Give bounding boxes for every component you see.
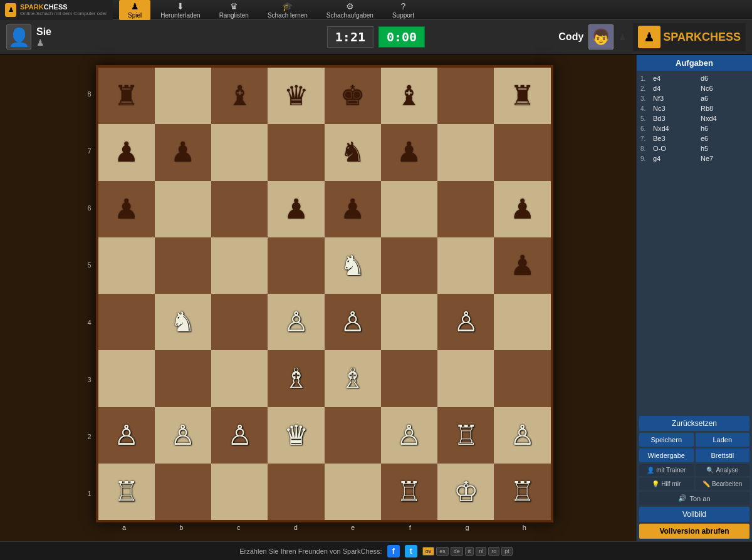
vollbild-button[interactable]: Vollbild <box>639 507 749 522</box>
facebook-button[interactable]: f <box>387 545 400 557</box>
square-b6[interactable] <box>155 181 211 237</box>
nav-item-schach-lernen[interactable]: 🎓Schach lernen <box>259 0 316 20</box>
ton-an-button[interactable]: 🔊 Ton an <box>639 492 749 505</box>
square-a4[interactable] <box>98 294 155 350</box>
vollversion-button[interactable]: Vollversion abrufen <box>639 524 749 539</box>
move-row-9[interactable]: 9. g4 Ne7 <box>637 153 752 163</box>
square-c5[interactable] <box>211 237 268 294</box>
square-h6[interactable]: ♟ <box>494 181 550 237</box>
wiedergabe-button[interactable]: Wiedergabe <box>639 449 694 462</box>
square-f5[interactable] <box>381 237 437 294</box>
square-d1[interactable] <box>268 464 324 520</box>
square-a3[interactable] <box>98 350 155 407</box>
square-b4[interactable]: ♞ <box>155 294 211 350</box>
flag-nl[interactable]: nl <box>476 547 486 556</box>
square-a5[interactable] <box>98 237 155 294</box>
square-e8[interactable]: ♚ <box>325 68 381 124</box>
square-a2[interactable]: ♙ <box>98 407 155 464</box>
square-d2[interactable]: ♛ <box>268 407 324 464</box>
square-h2[interactable]: ♙ <box>494 407 550 464</box>
square-e5[interactable]: ♞ <box>325 237 381 294</box>
logo-area[interactable]: ♟ SPARKCHESS Online-Schach mit dem Compu… <box>0 0 113 20</box>
square-f3[interactable] <box>381 350 437 407</box>
analyse-button[interactable]: 🔍 Analyse <box>696 464 750 476</box>
nav-item-schachaufgaben[interactable]: ⚙Schachaufgaben <box>318 0 382 20</box>
square-c6[interactable] <box>211 181 268 237</box>
move-row-8[interactable]: 8. O-O h5 <box>637 143 752 153</box>
square-b8[interactable] <box>155 68 211 124</box>
square-a7[interactable]: ♟ <box>98 124 155 180</box>
flag-es[interactable]: es <box>436 547 449 556</box>
flag-it[interactable]: it <box>465 547 474 556</box>
flag-ro[interactable]: ro <box>488 547 499 556</box>
square-d3[interactable]: ♗ <box>268 350 324 407</box>
flag-de[interactable]: de <box>451 547 463 556</box>
square-a6[interactable]: ♟ <box>98 181 155 237</box>
square-h8[interactable]: ♜ <box>494 68 550 124</box>
nav-item-support[interactable]: ?Support <box>384 0 423 20</box>
zuruecksetzen-button[interactable]: Zurücksetzen <box>639 416 749 431</box>
square-f7[interactable]: ♟ <box>381 124 437 180</box>
move-row-5[interactable]: 5. Bd3 Nxd4 <box>637 113 752 123</box>
square-d7[interactable] <box>268 124 324 180</box>
square-b7[interactable]: ♟ <box>155 124 211 180</box>
square-c7[interactable] <box>211 124 268 180</box>
speichern-button[interactable]: Speichern <box>639 433 694 447</box>
hilf-mir-button[interactable]: 💡 Hilf mir <box>639 478 694 490</box>
square-f8[interactable]: ♝ <box>381 68 437 124</box>
square-h3[interactable] <box>494 350 550 407</box>
square-h5[interactable]: ♟ <box>494 237 550 294</box>
square-c4[interactable] <box>211 294 268 350</box>
square-e2[interactable] <box>325 407 381 464</box>
move-row-7[interactable]: 7. Be3 e6 <box>637 133 752 143</box>
square-d5[interactable] <box>268 237 324 294</box>
square-g2[interactable]: ♖ <box>437 407 494 464</box>
square-e6[interactable]: ♟ <box>325 181 381 237</box>
square-e1[interactable] <box>325 464 381 520</box>
square-e3[interactable]: ♗ <box>325 350 381 407</box>
square-g3[interactable] <box>437 350 494 407</box>
flag-pt[interactable]: pt <box>501 547 513 556</box>
square-c1[interactable] <box>211 464 268 520</box>
square-d8[interactable]: ♛ <box>268 68 324 124</box>
mit-trainer-button[interactable]: 👤 mit Trainer <box>639 464 694 476</box>
square-g7[interactable] <box>437 124 494 180</box>
square-g6[interactable] <box>437 181 494 237</box>
square-h1[interactable]: ♖ <box>494 464 550 520</box>
square-b3[interactable] <box>155 350 211 407</box>
square-h7[interactable] <box>494 124 550 180</box>
square-g8[interactable] <box>437 68 494 124</box>
square-b2[interactable]: ♙ <box>155 407 211 464</box>
square-g5[interactable] <box>437 237 494 294</box>
nav-item-herunterladen[interactable]: ⬇Herunterladen <box>152 0 209 20</box>
square-f1[interactable]: ♖ <box>381 464 437 520</box>
twitter-button[interactable]: t <box>405 545 417 557</box>
square-g1[interactable]: ♔ <box>437 464 494 520</box>
square-h4[interactable] <box>494 294 550 350</box>
square-f6[interactable] <box>381 181 437 237</box>
chess-board[interactable]: ♜ ♝ ♛ ♚ ♝ ♜ ♟ ♟ ♞ ♟ <box>96 65 553 522</box>
move-row-1[interactable]: 1. e4 d6 <box>637 73 752 83</box>
flag-ov[interactable]: ov <box>422 547 435 556</box>
square-f2[interactable]: ♙ <box>381 407 437 464</box>
laden-button[interactable]: Laden <box>696 433 750 447</box>
move-row-2[interactable]: 2. d4 Nc6 <box>637 83 752 93</box>
square-c8[interactable]: ♝ <box>211 68 268 124</box>
move-row-4[interactable]: 4. Nc3 Rb8 <box>637 103 752 113</box>
square-c3[interactable] <box>211 350 268 407</box>
bearbeiten-button[interactable]: ✏️ Bearbeiten <box>696 478 750 490</box>
square-a1[interactable]: ♖ <box>98 464 155 520</box>
nav-item-ranglisten[interactable]: ♛Ranglisten <box>211 0 258 20</box>
square-a8[interactable]: ♜ <box>98 68 155 124</box>
nav-item-spiel[interactable]: ♟Spiel <box>119 0 150 20</box>
square-g4[interactable]: ♙ <box>437 294 494 350</box>
square-d4[interactable]: ♙ <box>268 294 324 350</box>
square-f4[interactable] <box>381 294 437 350</box>
square-e7[interactable]: ♞ <box>325 124 381 180</box>
square-e4[interactable]: ♙ <box>325 294 381 350</box>
square-b5[interactable] <box>155 237 211 294</box>
move-row-6[interactable]: 6. Nxd4 h6 <box>637 123 752 133</box>
square-d6[interactable]: ♟ <box>268 181 324 237</box>
square-b1[interactable] <box>155 464 211 520</box>
square-c2[interactable]: ♙ <box>211 407 268 464</box>
